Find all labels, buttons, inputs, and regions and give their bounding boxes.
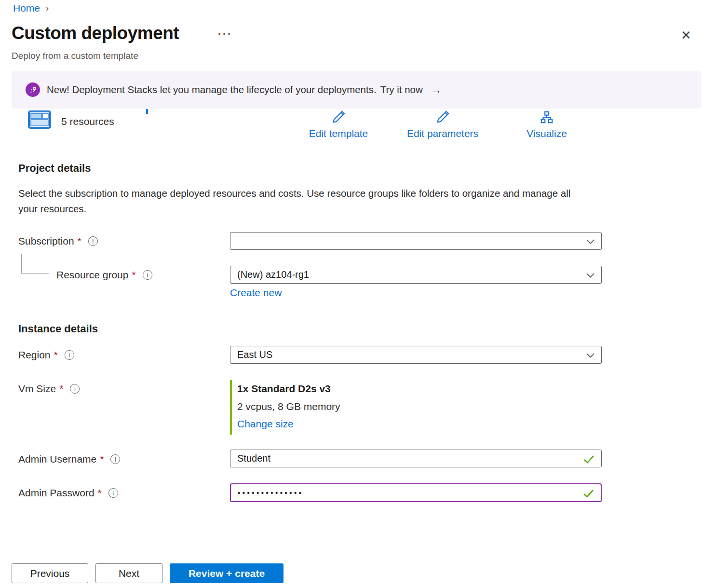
admin-username-input[interactable]: [230, 450, 568, 467]
pencil-icon: [435, 110, 450, 124]
admin-password-field-wrap: [230, 483, 602, 502]
instance-details-heading: Instance details: [18, 323, 98, 335]
deployment-stacks-banner[interactable]: New! Deployment Stacks let you manage th…: [12, 71, 701, 109]
required-marker: *: [59, 383, 63, 395]
template-icon: [28, 110, 51, 129]
rocket-icon: [26, 82, 40, 97]
admin-password-label: Admin Password * i: [18, 487, 118, 499]
previous-button[interactable]: Previous: [12, 563, 88, 583]
connector-line: [21, 273, 49, 273]
next-button[interactable]: Next: [95, 563, 162, 583]
info-icon[interactable]: i: [110, 454, 120, 464]
change-size-link[interactable]: Change size: [237, 418, 294, 430]
info-icon[interactable]: i: [108, 488, 118, 498]
chevron-down-icon: [586, 273, 594, 278]
cropped-text-artifact: [146, 109, 148, 114]
page-subtitle: Deploy from a custom template: [12, 51, 138, 61]
edit-parameters-button[interactable]: Edit parameters: [393, 110, 492, 139]
region-dropdown[interactable]: East US: [230, 346, 602, 364]
required-marker: *: [132, 269, 135, 281]
close-icon[interactable]: ✕: [681, 29, 691, 41]
visualize-button[interactable]: Visualize: [498, 110, 596, 139]
required-marker: *: [78, 235, 81, 247]
connector-line: [21, 254, 22, 273]
info-icon[interactable]: i: [143, 270, 152, 280]
chevron-down-icon: [586, 353, 594, 358]
region-value: East US: [237, 349, 272, 360]
info-icon[interactable]: i: [70, 384, 80, 394]
page-title: Custom deployment: [12, 23, 179, 43]
subscription-label: Subscription * i: [18, 235, 98, 247]
breadcrumb-chevron-icon: ›: [46, 3, 49, 14]
action-label: Visualize: [498, 128, 596, 139]
create-new-link[interactable]: Create new: [230, 287, 282, 299]
project-details-description: Select the subscription to manage deploy…: [18, 186, 574, 217]
pencil-icon: [331, 110, 346, 124]
required-marker: *: [54, 349, 58, 361]
resource-group-value: (New) az104-rg1: [237, 269, 309, 280]
edit-template-button[interactable]: Edit template: [289, 110, 388, 139]
vm-size-label: Vm Size * i: [18, 383, 80, 395]
breadcrumb: Home ›: [13, 2, 49, 14]
subscription-dropdown[interactable]: [230, 232, 602, 250]
valid-check-icon: [583, 455, 594, 464]
chevron-down-icon: [586, 239, 594, 244]
required-marker: *: [100, 453, 104, 465]
project-details-heading: Project details: [18, 162, 91, 175]
resource-group-label: Resource group * i: [56, 269, 152, 281]
org-chart-icon: [540, 110, 554, 124]
admin-password-input[interactable]: [231, 484, 568, 501]
action-label: Edit template: [289, 128, 388, 139]
banner-try-it-now-link[interactable]: Try it now: [380, 84, 423, 96]
valid-check-icon: [583, 489, 594, 498]
more-actions-button[interactable]: ···: [218, 28, 232, 40]
banner-message: New! Deployment Stacks let you manage th…: [47, 84, 377, 96]
required-marker: *: [98, 487, 102, 499]
resource-group-dropdown[interactable]: (New) az104-rg1: [230, 266, 602, 284]
breadcrumb-home-link[interactable]: Home: [13, 2, 40, 14]
arrow-right-icon[interactable]: →: [431, 83, 442, 96]
vm-size-selection: 1x Standard D2s v3: [237, 383, 331, 395]
info-icon[interactable]: i: [65, 350, 74, 360]
vm-size-accent-bar: [230, 380, 232, 435]
admin-username-label: Admin Username * i: [18, 453, 120, 465]
vm-size-specs: 2 vcpus, 8 GB memory: [237, 401, 340, 412]
review-create-button[interactable]: Review + create: [170, 563, 284, 583]
admin-username-field-wrap: [230, 450, 602, 467]
region-label: Region * i: [18, 349, 74, 361]
info-icon[interactable]: i: [88, 236, 98, 246]
resources-count: 5 resources: [61, 116, 114, 127]
action-label: Edit parameters: [393, 128, 492, 139]
